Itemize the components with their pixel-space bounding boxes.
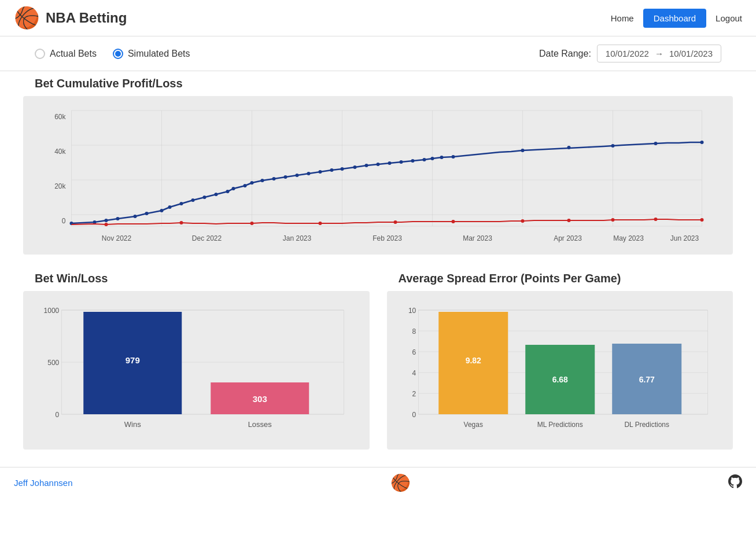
actual-bets-radio[interactable]: Actual Bets <box>35 49 97 59</box>
svg-point-38 <box>307 172 311 175</box>
win-loss-chart: 1000 500 0 979 303 Wins Los <box>29 297 364 447</box>
svg-point-41 <box>341 167 344 171</box>
svg-point-27 <box>191 198 195 202</box>
github-icon <box>728 474 742 492</box>
brand: 🏀 NBA Betting <box>14 6 127 30</box>
footer-basketball-icon: 🏀 <box>390 473 411 492</box>
actual-bets-radio-outer <box>35 49 45 59</box>
svg-point-51 <box>452 155 455 159</box>
svg-text:Mar 2023: Mar 2023 <box>463 234 492 242</box>
svg-point-29 <box>215 193 218 196</box>
svg-point-34 <box>261 179 264 182</box>
svg-point-22 <box>134 215 137 218</box>
svg-point-54 <box>611 144 615 148</box>
logout-link[interactable]: Logout <box>716 13 742 23</box>
svg-text:0: 0 <box>56 411 60 419</box>
simulated-bets-label: Simulated Bets <box>128 49 190 59</box>
svg-text:0: 0 <box>62 217 66 225</box>
svg-point-43 <box>365 164 368 167</box>
spread-error-title: Average Spread Error (Points Per Game) <box>399 272 733 285</box>
footer: Jeff Johannsen 🏀 <box>0 467 756 498</box>
svg-point-65 <box>611 218 615 222</box>
svg-point-53 <box>567 146 571 149</box>
svg-text:4: 4 <box>412 369 416 377</box>
win-loss-section: Bet Win/Loss 1000 500 0 979 <box>23 272 370 450</box>
svg-point-61 <box>394 220 397 224</box>
svg-text:40k: 40k <box>54 148 66 156</box>
svg-point-21 <box>116 217 120 220</box>
svg-text:10: 10 <box>408 307 416 315</box>
svg-point-26 <box>180 202 183 205</box>
svg-point-60 <box>319 222 322 225</box>
svg-point-35 <box>272 177 276 181</box>
win-loss-title: Bet Win/Loss <box>35 272 370 285</box>
svg-point-36 <box>284 175 287 179</box>
svg-point-59 <box>250 222 254 225</box>
svg-text:Jun 2023: Jun 2023 <box>670 234 699 242</box>
app-title: NBA Betting <box>46 10 127 26</box>
date-range-group: Date Range: 10/01/2022 → 10/01/2023 <box>539 45 721 62</box>
svg-text:500: 500 <box>47 359 59 367</box>
author-link[interactable]: Jeff Johannsen <box>14 478 72 488</box>
svg-text:Dec 2022: Dec 2022 <box>192 234 222 242</box>
svg-point-42 <box>353 165 357 169</box>
svg-text:Losses: Losses <box>248 420 272 429</box>
svg-point-50 <box>440 156 444 159</box>
svg-text:ML Predictions: ML Predictions <box>537 421 582 429</box>
basketball-logo-icon: 🏀 <box>14 6 40 30</box>
svg-text:1000: 1000 <box>44 307 60 315</box>
svg-text:303: 303 <box>253 394 267 404</box>
svg-point-64 <box>567 219 571 222</box>
svg-text:Apr 2023: Apr 2023 <box>554 234 582 242</box>
simulated-bets-radio[interactable]: Simulated Bets <box>113 49 190 59</box>
svg-point-49 <box>431 157 434 160</box>
svg-text:0: 0 <box>412 411 416 419</box>
main-content: Bet Cumulative Profit/Loss 60k 40k 20k 0 <box>0 71 756 461</box>
svg-point-45 <box>388 161 392 165</box>
svg-point-24 <box>160 209 164 212</box>
date-range-label: Date Range: <box>539 49 591 59</box>
svg-text:6: 6 <box>412 348 416 356</box>
svg-point-52 <box>521 149 525 152</box>
svg-point-47 <box>411 159 415 163</box>
svg-text:9.82: 9.82 <box>465 356 481 365</box>
cumulative-profit-section: Bet Cumulative Profit/Loss 60k 40k 20k 0 <box>23 77 733 255</box>
svg-point-33 <box>250 181 254 185</box>
svg-point-23 <box>145 212 149 215</box>
date-range-box[interactable]: 10/01/2022 → 10/01/2023 <box>597 45 721 62</box>
svg-point-32 <box>244 184 247 187</box>
navbar-links: Home Dashboard Logout <box>611 9 742 28</box>
cumulative-profit-title: Bet Cumulative Profit/Loss <box>35 77 733 90</box>
home-link[interactable]: Home <box>611 13 634 23</box>
date-end: 10/01/2023 <box>669 49 713 58</box>
simulated-bets-radio-inner <box>115 51 121 57</box>
svg-text:60k: 60k <box>54 113 66 121</box>
svg-text:DL Predictions: DL Predictions <box>624 421 669 429</box>
svg-text:Vegas: Vegas <box>463 421 482 429</box>
cumulative-profit-chart: 60k 40k 20k 0 <box>29 102 727 252</box>
svg-point-67 <box>700 218 704 222</box>
simulated-bets-radio-outer <box>113 49 123 59</box>
svg-point-62 <box>452 220 455 223</box>
actual-bets-label: Actual Bets <box>50 49 97 59</box>
svg-point-37 <box>296 174 299 177</box>
svg-text:6.77: 6.77 <box>639 375 654 384</box>
svg-text:May 2023: May 2023 <box>613 234 644 242</box>
svg-text:Feb 2023: Feb 2023 <box>373 234 402 242</box>
svg-point-63 <box>521 219 525 223</box>
svg-point-58 <box>180 221 183 224</box>
svg-point-30 <box>226 190 230 193</box>
svg-point-46 <box>400 160 403 164</box>
svg-point-44 <box>377 163 380 166</box>
bet-type-group: Actual Bets Simulated Bets <box>35 49 190 59</box>
svg-point-57 <box>105 223 108 226</box>
filter-bar: Actual Bets Simulated Bets Date Range: 1… <box>0 36 756 71</box>
svg-text:6.68: 6.68 <box>552 375 567 384</box>
svg-text:979: 979 <box>126 355 140 365</box>
svg-text:Nov 2022: Nov 2022 <box>102 234 132 242</box>
dashboard-button[interactable]: Dashboard <box>643 9 706 28</box>
svg-point-25 <box>168 205 172 209</box>
date-arrow: → <box>655 49 663 58</box>
svg-point-48 <box>423 158 426 161</box>
svg-point-39 <box>319 170 322 174</box>
